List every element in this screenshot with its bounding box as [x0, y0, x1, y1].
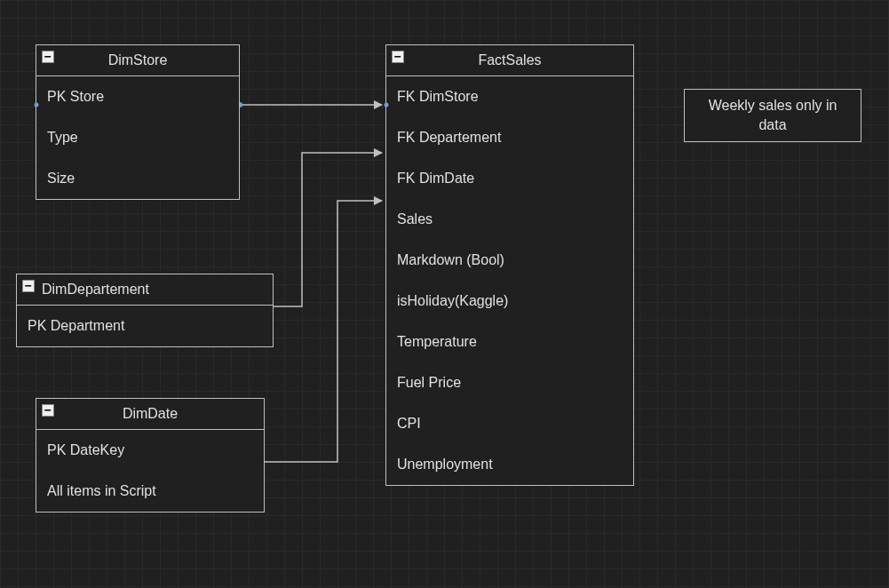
entity-row[interactable]: Markdown (Bool) [386, 240, 633, 281]
entity-dimdepartement-title: DimDepartement [42, 282, 269, 298]
svg-point-2 [385, 103, 389, 107]
entity-row[interactable]: FK DimDate [386, 158, 633, 199]
entity-row[interactable]: All items in Script [36, 471, 264, 512]
entity-factsales-header[interactable]: − FactSales [386, 45, 633, 76]
entity-dimdepartement[interactable]: − DimDepartement PK Department [16, 274, 274, 347]
entity-factsales-title: FactSales [390, 52, 630, 68]
connector-dimdepartement-to-factsales [274, 153, 382, 306]
entity-dimdate[interactable]: − DimDate PK DateKey All items in Script [36, 398, 265, 513]
entity-factsales-body: FK DimStore FK Departement FK DimDate Sa… [386, 76, 633, 485]
entity-row[interactable]: Temperature [386, 322, 633, 362]
svg-point-1 [35, 103, 39, 107]
entity-dimdepartement-header[interactable]: − DimDepartement [17, 274, 273, 306]
entity-dimstore-title: DimStore [40, 52, 235, 68]
entity-dimstore-body: PK Store Type Size [36, 76, 239, 199]
entity-row[interactable]: isHoliday(Kaggle) [386, 281, 633, 322]
entity-row[interactable]: Sales [386, 199, 633, 240]
entity-row[interactable]: Type [36, 117, 239, 158]
collapse-icon[interactable]: − [392, 51, 404, 63]
port-dot-dimstore-pk [34, 102, 39, 107]
entity-row[interactable]: Unemployment [386, 444, 633, 485]
entity-factsales[interactable]: − FactSales FK DimStore FK Departement F… [385, 44, 634, 486]
entity-row[interactable]: FK Departement [386, 117, 633, 158]
entity-row[interactable]: Size [36, 158, 239, 199]
entity-dimdate-header[interactable]: − DimDate [36, 399, 264, 430]
entity-dimdate-title: DimDate [40, 406, 260, 422]
entity-dimstore-header[interactable]: − DimStore [36, 45, 239, 76]
collapse-icon[interactable]: − [42, 51, 54, 63]
note-text: Weekly sales only in data [694, 96, 852, 136]
entity-row[interactable]: PK DateKey [36, 430, 264, 471]
note-weekly-sales[interactable]: Weekly sales only in data [684, 89, 861, 142]
entity-row[interactable]: FK DimStore [386, 76, 633, 117]
entity-row[interactable]: CPI [386, 403, 633, 444]
connector-dimdate-to-factsales [265, 201, 382, 462]
collapse-icon[interactable]: − [42, 404, 54, 417]
entity-dimdate-body: PK DateKey All items in Script [36, 430, 264, 512]
collapse-icon[interactable]: − [22, 280, 35, 292]
entity-row[interactable]: Fuel Price [386, 362, 633, 403]
entity-row[interactable]: PK Store [36, 76, 239, 117]
port-dot-factsales-fk-dimstore [384, 102, 389, 107]
entity-dimdepartement-body: PK Department [17, 306, 273, 346]
entity-row[interactable]: PK Department [17, 306, 273, 346]
entity-dimstore[interactable]: − DimStore PK Store Type Size [36, 44, 240, 200]
